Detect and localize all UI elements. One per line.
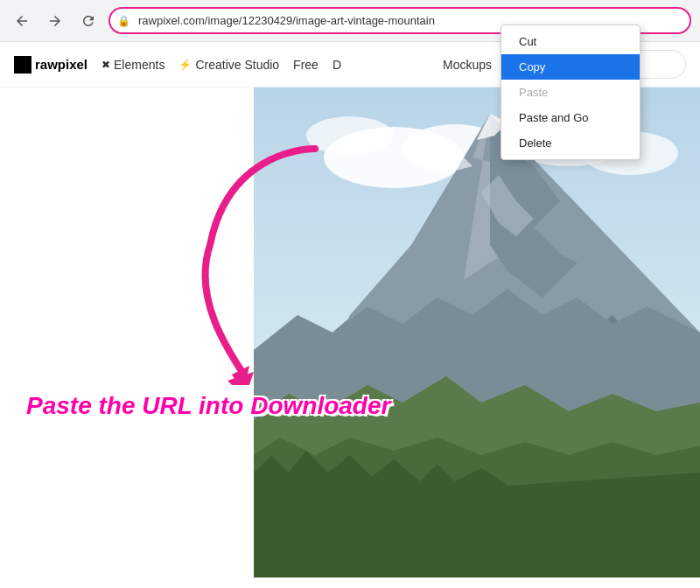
logo-text: rawpixel (35, 57, 88, 72)
context-menu-paste: Paste (501, 80, 640, 105)
nav-item-creative-studio[interactable]: ⚡ Creative Studio (178, 58, 279, 72)
back-button[interactable] (9, 10, 35, 32)
context-menu-paste-and-go[interactable]: Paste and Go (501, 105, 640, 130)
refresh-button[interactable] (75, 10, 102, 32)
nav-item-creative-studio-label: Creative Studio (195, 58, 279, 72)
nav-item-elements-label: Elements (114, 58, 164, 72)
annotation-text: Paste the URL into Downloader (26, 392, 390, 420)
context-menu-delete[interactable]: Delete (501, 130, 640, 156)
nav-item-mockups-label: Mockups (443, 58, 492, 72)
elements-icon: ✖ (102, 59, 110, 71)
context-menu: Cut Copy Paste Paste and Go Delete (500, 24, 640, 160)
security-icon: 🔒 (117, 15, 130, 27)
nav-item-d[interactable]: D (332, 58, 341, 72)
context-menu-copy[interactable]: Copy (501, 54, 640, 80)
context-menu-cut[interactable]: Cut (501, 29, 640, 54)
nav-item-free-label: Free (293, 58, 318, 72)
nav-item-mockups[interactable]: Mockups (443, 58, 492, 72)
arrow-annotation (158, 140, 350, 388)
forward-button[interactable] (42, 10, 68, 32)
creative-studio-icon: ⚡ (178, 59, 192, 71)
mountain-image (0, 88, 700, 578)
nav-item-elements[interactable]: ✖ Elements (102, 58, 164, 72)
logo-icon (14, 56, 32, 74)
logo-area: rawpixel (14, 56, 88, 74)
nav-item-free[interactable]: Free (293, 58, 318, 72)
nav-item-d-label: D (332, 58, 341, 72)
main-content: Paste the URL into Downloader (0, 88, 700, 578)
